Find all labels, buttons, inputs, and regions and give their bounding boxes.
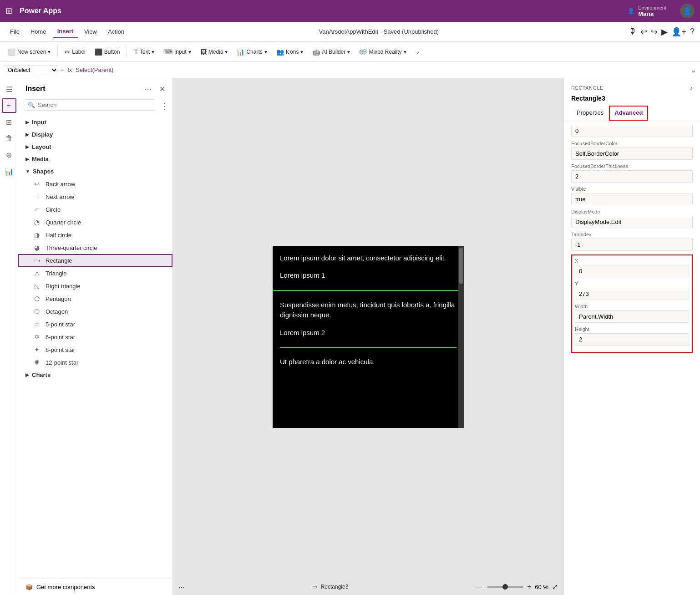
label-button[interactable]: ✏ Label [61,46,89,58]
zoom-plus-button[interactable]: + [527,583,531,591]
expand-formula-button[interactable]: ⌄ [690,66,696,74]
menu-insert[interactable]: Insert [53,25,78,38]
waffle-icon[interactable]: ⊞ [5,6,12,16]
avatar[interactable]: 👤 [680,4,695,18]
shape-octagon[interactable]: ⬡ Octagon [18,305,172,318]
get-more-label: Get more components [36,584,95,590]
hamburger-icon[interactable]: ☰ [2,82,16,97]
prop-label-focused-border-thickness: FocusedBorderThickness [571,163,693,169]
redo-icon[interactable]: ↪ [651,27,658,37]
property-selector[interactable]: OnSelect [4,65,58,75]
mixed-reality-button[interactable]: 🥽 Mixed Reality ▾ [355,46,410,58]
shape-8-point-star[interactable]: ✦ 8-point star [18,343,172,356]
text-button[interactable]: T Text ▾ [130,46,158,58]
canvas-frame[interactable]: Lorem ipsum dolor sit amet, consectetur … [273,246,464,428]
prop-input-tab-index[interactable] [571,239,693,251]
expand-canvas-icon[interactable]: ⤢ [552,583,558,591]
8-point-star-icon: ✦ [33,346,41,353]
three-quarter-circle-icon: ◕ [33,244,41,251]
prop-input-0[interactable] [571,125,693,137]
menu-home[interactable]: Home [26,25,51,38]
section-media[interactable]: ▶ Media [18,153,172,165]
formula-input[interactable] [76,66,689,73]
prop-input-width[interactable] [575,310,689,323]
search-box[interactable]: 🔍 [24,99,155,111]
triangle-icon: △ [33,270,41,277]
more-toolbar-button[interactable]: ⌄ [411,46,424,58]
canvas-scrollbar[interactable] [458,246,464,428]
menu-file[interactable]: File [5,25,24,38]
section-layout[interactable]: ▶ Layout [18,141,172,153]
shape-6-point-star[interactable]: ✡ 6-point star [18,331,172,343]
section-charts[interactable]: ▶ Charts [18,369,172,381]
half-circle-icon: ◑ [33,231,41,239]
prop-input-focused-border-color[interactable] [571,147,693,160]
prop-input-x[interactable] [575,265,689,277]
shape-quarter-circle[interactable]: ◔ Quarter circle [18,216,172,229]
mixed-reality-chevron: ▾ [404,49,406,55]
undo-icon[interactable]: ↩ [640,27,647,37]
shape-back-arrow[interactable]: ↩ Back arrow [18,178,172,190]
section-layout-label: Layout [32,143,51,150]
props-panel-header: RECTANGLE › [564,78,700,94]
canvas-scrollbar-thumb [459,248,463,284]
toolbar: ⬜ New screen ▾ ✏ Label ⬛ Button T Text ▾… [0,42,700,62]
shape-half-circle[interactable]: ◑ Half circle [18,229,172,241]
shape-pentagon[interactable]: ⬠ Pentagon [18,292,172,305]
shape-pentagon-label: Pentagon [46,295,71,302]
tab-advanced[interactable]: Advanced [609,106,648,121]
text-label: Text [140,49,150,55]
insert-panel-title: Insert [25,85,46,93]
search-input[interactable] [38,102,151,108]
delete-icon[interactable]: 🗑 [2,131,16,146]
shape-triangle[interactable]: △ Triangle [18,267,172,280]
prop-input-y[interactable] [575,288,689,300]
prop-input-height[interactable] [575,333,689,346]
shape-rectangle-label: Rectangle [46,257,72,264]
charts-button[interactable]: 📊 Charts ▾ [233,46,271,58]
mic-icon[interactable]: 🎙 [629,27,637,36]
get-more-components[interactable]: 📦 Get more components [18,579,172,595]
shape-12-point-star[interactable]: ✺ 12-point star [18,356,172,369]
help-icon[interactable]: ? [690,27,695,36]
layers-icon[interactable]: ⊞ [2,115,16,129]
media-button[interactable]: 🖼 Media ▾ [196,46,232,58]
ai-builder-button[interactable]: 🤖 AI Builder ▾ [308,46,354,58]
shape-next-arrow[interactable]: → Next arrow [18,190,172,203]
user-add-icon[interactable]: 👤+ [671,27,686,37]
zoom-slider[interactable] [487,586,523,588]
play-icon[interactable]: ▶ [661,27,668,37]
button-button[interactable]: ⬛ Button [91,46,124,58]
collapse-props-button[interactable]: › [690,84,693,92]
components-icon[interactable]: ⊕ [2,147,16,162]
prop-input-display-mode[interactable] [571,216,693,228]
menu-view[interactable]: View [80,25,101,38]
prop-label-y: Y [575,281,689,286]
zoom-minus-button[interactable]: — [476,583,483,591]
shape-three-quarter-circle[interactable]: ◕ Three-quarter circle [18,241,172,254]
prop-input-focused-border-thickness[interactable] [571,170,693,183]
shape-right-triangle[interactable]: ◺ Right triangle [18,280,172,292]
section-input[interactable]: ▶ Input [18,116,172,128]
menu-action[interactable]: Action [103,25,129,38]
shape-rectangle[interactable]: ▭ Rectangle [18,254,172,267]
new-screen-button[interactable]: ⬜ New screen ▾ [4,46,55,58]
canvas-divider-2 [280,347,457,348]
input-button[interactable]: ⌨ Input ▾ [159,46,195,58]
prop-label-x: X [575,258,689,264]
input-chevron: ▾ [188,49,191,55]
section-shapes[interactable]: ▼ Shapes [18,165,172,178]
insert-icon[interactable]: + [2,98,16,113]
canvas-options-button[interactable]: ⋯ [178,584,184,590]
tab-properties[interactable]: Properties [571,106,609,121]
shape-circle[interactable]: ○ Circle [18,203,172,216]
insert-panel-close[interactable]: ✕ [159,85,165,93]
chevron-right-icon-charts: ▶ [25,372,29,377]
data-icon[interactable]: 📊 [2,164,16,178]
filter-icon[interactable]: ⋮ [161,101,169,111]
shape-5-point-star[interactable]: ☆ 5-point star [18,318,172,331]
section-display[interactable]: ▶ Display [18,128,172,141]
icons-button[interactable]: 👥 Icons ▾ [272,46,308,58]
panel-more-button[interactable]: ⋯ [144,84,152,94]
prop-input-visible[interactable] [571,193,693,205]
